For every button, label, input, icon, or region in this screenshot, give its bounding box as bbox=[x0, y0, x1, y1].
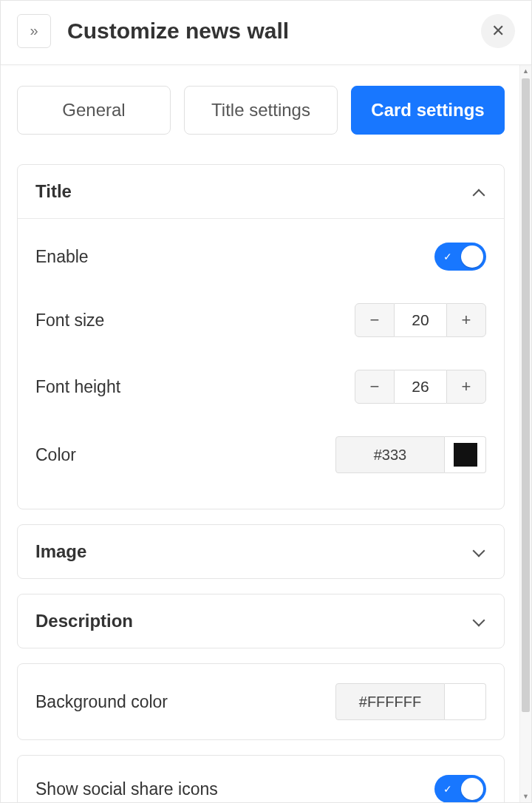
section-title: Title Enable ✓ Font size − bbox=[17, 164, 505, 509]
section-title-header[interactable]: Title bbox=[18, 165, 504, 219]
row-color: Color bbox=[35, 420, 486, 489]
background-color-swatch-button[interactable] bbox=[445, 683, 486, 720]
title-color-field bbox=[335, 436, 486, 473]
title-color-swatch bbox=[454, 443, 477, 467]
section-social-icons: Show social share icons ✓ bbox=[17, 755, 505, 802]
chevron-down-icon bbox=[473, 546, 486, 560]
customize-panel: » Customize news wall ✕ General Title se… bbox=[0, 0, 532, 803]
close-icon: ✕ bbox=[491, 21, 505, 41]
check-icon: ✓ bbox=[443, 251, 452, 262]
row-font-height: Font height − + bbox=[35, 353, 486, 420]
title-color-swatch-button[interactable] bbox=[445, 436, 486, 473]
toggle-knob bbox=[461, 778, 483, 800]
scroll-down-icon: ▼ bbox=[520, 790, 531, 802]
font-height-decrement[interactable]: − bbox=[355, 370, 395, 404]
font-height-stepper: − + bbox=[355, 370, 486, 404]
font-size-label: Font size bbox=[35, 311, 104, 331]
background-color-field bbox=[335, 683, 486, 720]
social-icons-label: Show social share icons bbox=[35, 779, 218, 799]
background-color-swatch bbox=[454, 690, 477, 714]
section-description: Description bbox=[17, 594, 505, 648]
chevron-down-icon bbox=[473, 616, 486, 629]
font-height-input[interactable] bbox=[395, 370, 446, 404]
panel-body-wrap: General Title settings Card settings Tit… bbox=[1, 65, 531, 802]
section-title-body: Enable ✓ Font size − + bbox=[18, 219, 504, 509]
font-height-label: Font height bbox=[35, 377, 120, 397]
check-icon: ✓ bbox=[443, 783, 452, 795]
section-description-heading: Description bbox=[35, 611, 133, 631]
section-description-header[interactable]: Description bbox=[18, 594, 504, 648]
tab-card-settings[interactable]: Card settings bbox=[351, 86, 505, 135]
font-size-increment[interactable]: + bbox=[446, 303, 486, 337]
title-color-input[interactable] bbox=[335, 436, 445, 473]
section-image: Image bbox=[17, 524, 505, 579]
enable-toggle[interactable]: ✓ bbox=[434, 243, 486, 271]
section-image-heading: Image bbox=[35, 541, 86, 562]
section-title-heading: Title bbox=[35, 181, 72, 202]
panel-header: » Customize news wall ✕ bbox=[1, 1, 531, 65]
section-background-color: Background color bbox=[17, 663, 505, 740]
font-size-input[interactable] bbox=[395, 303, 446, 337]
tabs: General Title settings Card settings bbox=[17, 86, 505, 135]
background-color-input[interactable] bbox=[335, 683, 445, 720]
background-color-label: Background color bbox=[35, 692, 168, 712]
color-label: Color bbox=[35, 445, 76, 465]
collapse-button[interactable]: » bbox=[17, 14, 51, 48]
font-height-increment[interactable]: + bbox=[446, 370, 486, 404]
close-button[interactable]: ✕ bbox=[481, 14, 515, 48]
chevron-up-icon bbox=[473, 186, 486, 200]
social-icons-toggle[interactable]: ✓ bbox=[434, 775, 486, 802]
font-size-stepper: − + bbox=[355, 303, 486, 337]
tab-general[interactable]: General bbox=[17, 86, 171, 135]
row-enable: Enable ✓ bbox=[35, 226, 486, 287]
scroll-thumb[interactable] bbox=[522, 78, 530, 712]
enable-label: Enable bbox=[35, 247, 89, 267]
tab-title-settings[interactable]: Title settings bbox=[184, 86, 338, 135]
font-size-decrement[interactable]: − bbox=[355, 303, 395, 337]
section-image-header[interactable]: Image bbox=[18, 525, 504, 578]
panel-body: General Title settings Card settings Tit… bbox=[1, 65, 519, 802]
row-font-size: Font size − + bbox=[35, 287, 486, 353]
scroll-up-icon: ▲ bbox=[520, 65, 531, 77]
chevrons-right-icon: » bbox=[30, 23, 38, 38]
scrollbar[interactable]: ▲ ▼ bbox=[519, 65, 531, 802]
toggle-knob bbox=[461, 245, 483, 268]
panel-title: Customize news wall bbox=[67, 18, 481, 44]
